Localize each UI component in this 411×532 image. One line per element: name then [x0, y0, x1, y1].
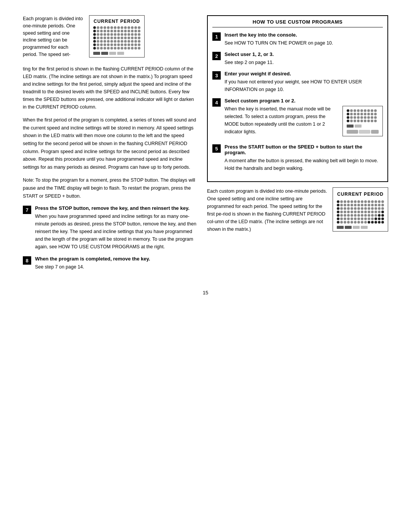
led-dot — [361, 221, 363, 224]
led-row — [347, 109, 379, 112]
led-dot — [350, 214, 353, 217]
led-dot — [361, 211, 363, 213]
led-dot — [337, 217, 339, 220]
led-dot — [134, 40, 137, 43]
led-dot — [124, 30, 127, 32]
led-bar-row — [337, 226, 384, 229]
led-dot — [93, 37, 96, 39]
led-dot — [357, 204, 360, 206]
step-7-content: Press the STOP button, remove the key, a… — [35, 205, 198, 251]
led-dot — [354, 120, 356, 122]
led-dot — [360, 113, 363, 115]
led-dot — [364, 200, 367, 203]
led-dot — [104, 33, 106, 36]
led-dot — [378, 217, 381, 220]
led-dot — [364, 214, 367, 217]
led-dot — [110, 43, 113, 46]
led-dot — [347, 116, 349, 119]
page-number: 15 — [23, 290, 388, 296]
step-7-title: Press the STOP button, remove the key, a… — [35, 205, 198, 211]
led-dot — [368, 217, 370, 220]
led-dot — [378, 211, 381, 213]
led-dot — [340, 211, 343, 213]
led-dot — [374, 200, 377, 203]
led-dot — [93, 40, 96, 43]
bottom-right-inner: Each custom program is divided into one-… — [207, 187, 388, 235]
led-dot — [107, 40, 110, 43]
led-dot — [371, 109, 373, 112]
led-dot — [100, 26, 103, 29]
led-dot — [364, 221, 367, 224]
led-dot — [350, 109, 353, 112]
bottom-right-diagram-container: CURRENT PERIOD — [333, 187, 388, 235]
led-dot — [347, 221, 350, 224]
led-diagram-title-1: CURRENT PERIOD — [93, 19, 140, 24]
led-dot — [350, 217, 353, 220]
led-bar — [353, 226, 360, 229]
led-dot — [93, 26, 96, 29]
right-step-4-number: 4 — [212, 98, 221, 107]
led-dot — [354, 214, 357, 217]
led-bar — [101, 52, 108, 55]
led-grid-1 — [93, 26, 140, 55]
led-bar — [109, 52, 116, 55]
led-dot — [354, 109, 356, 112]
led-dot — [93, 30, 96, 32]
led-row — [337, 207, 384, 210]
led-dot — [114, 37, 116, 39]
right-step-2-number: 2 — [212, 52, 221, 60]
led-bar — [361, 226, 368, 229]
led-dot — [364, 120, 366, 122]
led-dot — [97, 47, 99, 50]
console-shape — [371, 130, 379, 134]
step-8-title: When the program is completed, remove th… — [35, 256, 198, 262]
led-dot — [367, 113, 370, 115]
led-dot — [134, 33, 137, 36]
led-dot — [104, 47, 106, 50]
right-step-5-body: A moment after the button is pressed, th… — [225, 157, 383, 172]
led-dot — [138, 40, 140, 43]
led-dot — [337, 221, 339, 224]
led-dot — [110, 40, 113, 43]
led-dot — [350, 120, 353, 122]
led-dot — [114, 33, 116, 36]
led-dot — [117, 37, 120, 39]
led-dot — [357, 214, 360, 217]
led-row-6 — [93, 43, 140, 46]
led-dot — [357, 200, 360, 203]
right-step-5-content: Press the START button or the SPEED + bu… — [225, 144, 383, 172]
led-dot — [378, 214, 381, 217]
led-dot — [134, 26, 137, 29]
right-step-3-body: If you have not entered your weight, see… — [225, 78, 383, 93]
led-dot — [371, 120, 373, 122]
led-dot — [340, 207, 343, 210]
led-dot — [131, 26, 134, 29]
led-dot — [340, 214, 343, 217]
led-dot — [378, 221, 381, 224]
led-dot — [374, 221, 377, 224]
led-row — [337, 200, 384, 203]
led-dot — [127, 43, 130, 46]
led-bar — [345, 226, 352, 229]
led-row-1 — [93, 26, 140, 29]
led-dot — [97, 40, 99, 43]
led-dot — [360, 120, 363, 122]
intro-left-paragraph: Each program is divided into one-minute … — [23, 15, 84, 58]
right-step-2-body: See step 2 on page 11. — [225, 59, 383, 66]
led-dot — [364, 207, 367, 210]
led-dot — [374, 211, 377, 213]
led-dot — [371, 217, 374, 220]
right-step-4-body: When the key is inserted, the manual mod… — [225, 105, 337, 139]
led-dot — [367, 116, 370, 119]
led-row — [337, 221, 384, 224]
led-dot — [340, 217, 343, 220]
step-7-block: 7 Press the STOP button, remove the key,… — [23, 205, 198, 251]
right-step-3: 3 Enter your weight if desired. If you h… — [212, 71, 383, 93]
led-dot — [374, 109, 377, 112]
led-row — [337, 217, 384, 220]
led-dot — [107, 47, 110, 50]
led-dot — [378, 200, 381, 203]
led-dot — [364, 113, 366, 115]
led-dot — [104, 30, 106, 32]
led-dot — [124, 37, 127, 39]
